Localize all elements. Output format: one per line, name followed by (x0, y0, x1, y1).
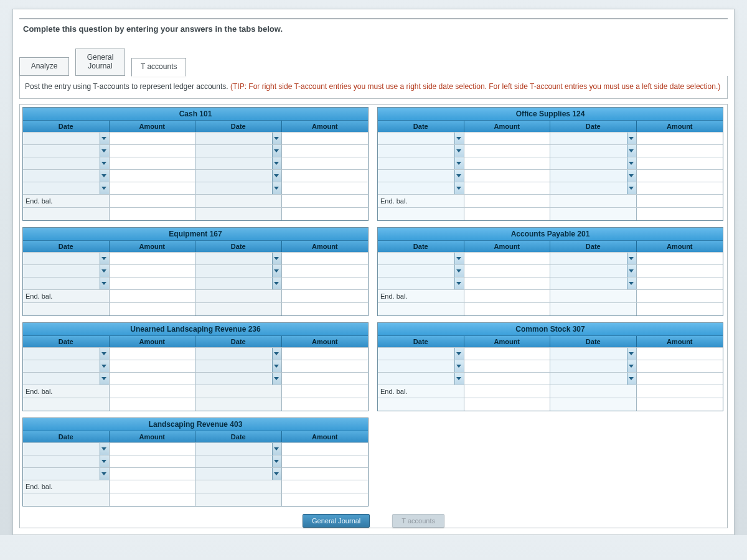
date-cell[interactable] (195, 372, 282, 385)
date-cell[interactable] (23, 442, 110, 455)
amount-cell[interactable] (282, 277, 369, 289)
date-cell[interactable] (550, 277, 637, 289)
tab-t-accounts[interactable]: T accounts (131, 58, 186, 77)
amount-cell[interactable] (110, 360, 196, 372)
amount-cell[interactable] (637, 347, 723, 360)
date-cell[interactable] (550, 372, 637, 385)
amount-cell[interactable] (282, 467, 369, 480)
date-cell[interactable] (195, 182, 282, 194)
date-cell[interactable] (378, 169, 464, 182)
amount-cell[interactable] (464, 144, 551, 157)
date-cell[interactable] (23, 144, 110, 157)
date-cell[interactable] (195, 277, 282, 289)
amount-cell[interactable] (110, 347, 196, 360)
date-cell[interactable] (550, 169, 637, 182)
date-cell[interactable] (195, 252, 282, 264)
date-cell[interactable] (378, 277, 464, 289)
amount-cell[interactable] (464, 347, 551, 360)
amount-cell[interactable] (464, 157, 551, 169)
amount-cell[interactable] (282, 169, 369, 182)
date-cell[interactable] (23, 182, 110, 194)
amount-cell[interactable] (637, 182, 723, 194)
date-cell[interactable] (23, 360, 110, 372)
amount-cell[interactable] (110, 144, 196, 157)
amount-cell[interactable] (637, 169, 723, 182)
date-cell[interactable] (195, 455, 282, 467)
amount-cell[interactable] (637, 360, 723, 372)
amount-cell[interactable] (464, 264, 551, 277)
amount-cell[interactable] (464, 252, 551, 264)
amount-cell[interactable] (282, 372, 369, 385)
date-cell[interactable] (23, 347, 110, 360)
amount-cell[interactable] (637, 252, 723, 264)
amount-cell[interactable] (637, 372, 723, 385)
amount-cell[interactable] (282, 347, 369, 360)
date-cell[interactable] (378, 264, 464, 277)
amount-cell[interactable] (110, 277, 196, 289)
date-cell[interactable] (23, 157, 110, 169)
date-cell[interactable] (195, 169, 282, 182)
date-cell[interactable] (23, 372, 110, 385)
amount-cell[interactable] (282, 157, 369, 169)
date-cell[interactable] (195, 157, 282, 169)
date-cell[interactable] (378, 132, 464, 144)
tab-analyze[interactable]: Analyze (19, 57, 69, 76)
amount-cell[interactable] (282, 144, 369, 157)
tab-general-journal[interactable]: General Journal (75, 49, 125, 76)
nav-prev-button[interactable]: General Journal (303, 514, 370, 528)
amount-cell[interactable] (110, 467, 196, 480)
date-cell[interactable] (378, 157, 464, 169)
amount-cell[interactable] (464, 277, 551, 289)
amount-cell[interactable] (282, 182, 369, 194)
date-cell[interactable] (550, 182, 637, 194)
amount-cell[interactable] (464, 360, 551, 372)
amount-cell[interactable] (637, 264, 723, 277)
date-cell[interactable] (550, 264, 637, 277)
date-cell[interactable] (23, 169, 110, 182)
amount-cell[interactable] (110, 372, 196, 385)
amount-cell[interactable] (282, 264, 369, 277)
amount-cell[interactable] (110, 169, 196, 182)
date-cell[interactable] (23, 264, 110, 277)
amount-cell[interactable] (637, 277, 723, 289)
amount-cell[interactable] (282, 360, 369, 372)
amount-cell[interactable] (464, 182, 551, 194)
date-cell[interactable] (378, 182, 464, 194)
amount-cell[interactable] (637, 144, 723, 157)
date-cell[interactable] (378, 372, 464, 385)
amount-cell[interactable] (637, 157, 723, 169)
date-cell[interactable] (378, 144, 464, 157)
amount-cell[interactable] (464, 132, 551, 144)
amount-cell[interactable] (110, 264, 196, 277)
date-cell[interactable] (195, 360, 282, 372)
date-cell[interactable] (550, 360, 637, 372)
amount-cell[interactable] (464, 169, 551, 182)
date-cell[interactable] (195, 264, 282, 277)
date-cell[interactable] (195, 144, 282, 157)
date-cell[interactable] (378, 347, 464, 360)
amount-cell[interactable] (637, 132, 723, 144)
date-cell[interactable] (550, 347, 637, 360)
date-cell[interactable] (23, 252, 110, 264)
date-cell[interactable] (378, 252, 464, 264)
date-cell[interactable] (195, 132, 282, 144)
date-cell[interactable] (550, 157, 637, 169)
date-cell[interactable] (550, 132, 637, 144)
date-cell[interactable] (23, 455, 110, 467)
amount-cell[interactable] (110, 442, 196, 455)
date-cell[interactable] (23, 467, 110, 480)
date-cell[interactable] (195, 467, 282, 480)
date-cell[interactable] (195, 442, 282, 455)
amount-cell[interactable] (282, 442, 369, 455)
amount-cell[interactable] (110, 252, 196, 264)
date-cell[interactable] (23, 277, 110, 289)
nav-next-button[interactable]: T accounts (392, 514, 444, 528)
amount-cell[interactable] (282, 132, 369, 144)
amount-cell[interactable] (110, 132, 196, 144)
date-cell[interactable] (23, 132, 110, 144)
amount-cell[interactable] (282, 455, 369, 467)
date-cell[interactable] (195, 347, 282, 360)
date-cell[interactable] (378, 360, 464, 372)
amount-cell[interactable] (110, 455, 196, 467)
amount-cell[interactable] (110, 157, 196, 169)
